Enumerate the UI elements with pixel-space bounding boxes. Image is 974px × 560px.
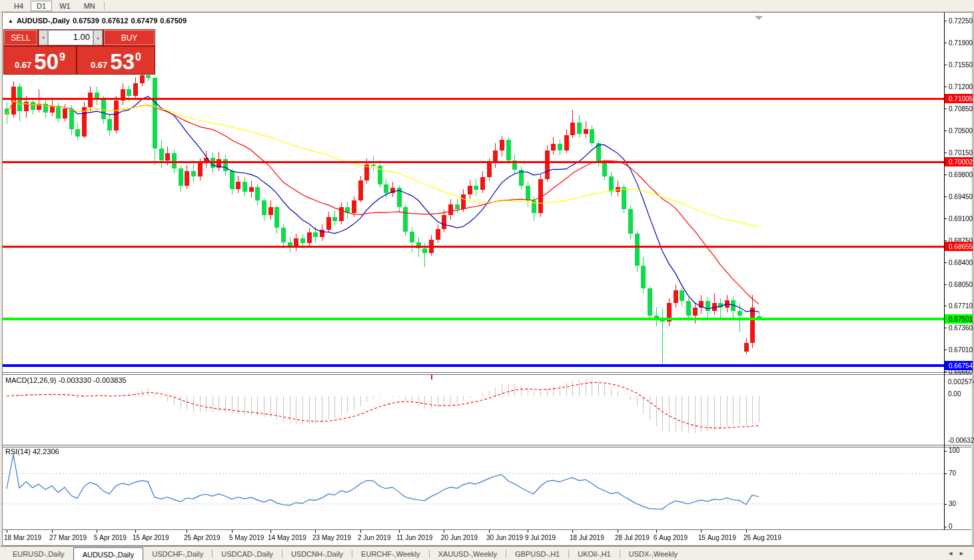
chart-tab-audusd-daily[interactable]: AUDUSD-,Daily [73, 547, 144, 560]
chart-tab-usdcad-daily[interactable]: USDCAD-,Daily [213, 547, 282, 560]
macd-name: MACD(12,26,9) [5, 376, 56, 384]
chart-tab-bar: EURUSD-,DailyAUDUSD-,DailyUSDCHF-,DailyU… [0, 546, 974, 560]
macd-indicator-label: MACD(12,26,9) -0.003330 -0.003835 [5, 376, 127, 384]
toolbar-separator [104, 2, 105, 10]
volume-decrease-button[interactable]: ▼ [39, 30, 48, 45]
buy-price-sup: 0 [135, 51, 141, 63]
ohlc-low: 0.67479 [131, 17, 158, 25]
period-button-h4[interactable]: H4 [8, 1, 29, 11]
chart-title: ▲AUDUSD-,Daily0.675390.676120.674790.675… [8, 17, 189, 25]
buy-price-prefix: 0.67 [91, 60, 107, 70]
rsi-name: RSI(14) [5, 447, 31, 455]
chart-tab-gbpusd-h1[interactable]: GBPUSD-,H1 [506, 547, 568, 560]
chart-tab-xauusd-weekly[interactable]: XAUUSD-,Weekly [430, 547, 506, 560]
sell-price-prefix: 0.67 [15, 60, 31, 70]
timeframe-toolbar: H4D1W1MN [0, 0, 974, 12]
tab-scroll-arrows[interactable]: ◄► [947, 550, 970, 557]
chart-tab-usdchf-daily[interactable]: USDCHF-,Daily [143, 547, 212, 560]
chart-tab-eurusd-daily[interactable]: EURUSD-,Daily [4, 547, 73, 560]
rsi-values: 42.2306 [33, 447, 59, 455]
sell-button[interactable]: SELL [4, 30, 37, 45]
buy-price-big: 53 [110, 52, 135, 72]
tab-scroll-right-icon[interactable]: ► [959, 550, 970, 557]
sell-price-display[interactable]: 0.67 50 9 [4, 47, 76, 74]
sell-price-sup: 9 [59, 51, 65, 63]
price-chart-canvas[interactable] [0, 0, 974, 560]
tab-scroll-left-icon[interactable]: ◄ [947, 550, 959, 557]
volume-increase-button[interactable]: ▲ [93, 30, 103, 45]
chart-tab-ukoil-h1[interactable]: UKOil-,H1 [569, 547, 620, 560]
buy-price-display[interactable]: 0.67 53 0 [77, 47, 155, 74]
volume-input[interactable]: 1.00 [48, 30, 93, 45]
collapse-triangle-icon[interactable]: ▲ [8, 18, 13, 24]
buy-button[interactable]: BUY [104, 30, 155, 45]
ohlc-close: 0.67509 [160, 17, 187, 25]
macd-values: -0.003330 -0.003835 [58, 376, 126, 384]
period-button-mn[interactable]: MN [78, 1, 101, 11]
rsi-indicator-label: RSI(14) 42.2306 [5, 447, 59, 455]
ohlc-open: 0.67539 [73, 17, 99, 25]
chart-tab-usdcnh-daily[interactable]: USDCNH-,Daily [282, 547, 352, 560]
period-button-w1[interactable]: W1 [53, 1, 77, 11]
period-button-d1[interactable]: D1 [31, 1, 52, 11]
chart-tab-eurchf-weekly[interactable]: EURCHF-,Weekly [352, 547, 428, 560]
trading-platform-window: H4D1W1MN ▲AUDUSD-,Daily0.675390.676120.6… [0, 0, 974, 560]
chart-tab-usdx-weekly[interactable]: USDX-,Weekly [620, 547, 686, 560]
sell-price-big: 50 [34, 52, 59, 72]
one-click-trade-panel: SELL ▼ 1.00 ▲ BUY 0.67 50 9 0.67 53 0 [3, 29, 155, 75]
chart-symbol-label: AUDUSD-,Daily [17, 17, 70, 25]
ohlc-high: 0.67612 [102, 17, 129, 25]
